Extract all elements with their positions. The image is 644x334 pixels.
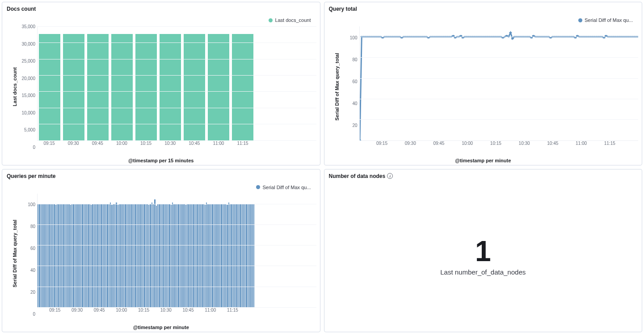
bar [175,204,176,307]
bar [209,204,210,307]
y-tick: 100 [28,202,35,207]
panel-title-text: Docs count [7,6,36,12]
y-tick: 15,000 [21,93,35,98]
bar [80,204,81,307]
x-tick: 09:30 [72,308,83,313]
bar [91,205,92,307]
x-tick: 09:15 [44,141,55,146]
point [381,37,384,38]
plot-area [37,194,316,308]
bar [193,204,194,307]
bar [105,204,106,307]
bar [103,204,104,307]
bar [252,204,253,307]
bar [191,204,192,307]
y-tick: 60 [30,246,35,251]
point [454,37,456,38]
point [461,37,464,38]
line-svg [360,26,639,140]
bar [197,204,198,307]
info-icon[interactable]: i [387,173,393,179]
bar [48,204,49,307]
bar [144,204,145,307]
point [459,35,462,37]
legend-dot-icon [256,185,260,189]
panel-title: Query total [324,2,642,14]
y-axis-label: Last docs_count [12,67,17,106]
bar [94,204,95,307]
bar [180,204,181,307]
bar [42,204,43,307]
panel-query-total[interactable]: Query total Serial Diff of Max qu... Ser… [324,2,643,165]
chart-query-total: Serial Diff of Max query_total 204060801… [340,26,639,147]
bar [215,204,216,307]
bar [70,205,71,307]
point [501,37,504,38]
bar [224,204,225,307]
panel-body: Serial Diff of Max qu... Serial Diff of … [324,14,642,165]
y-tick: 60 [352,79,357,84]
x-tick: 10:15 [140,141,152,146]
bar [54,204,55,307]
bar [57,204,58,307]
metric-label: Last number_of_data_nodes [440,268,526,276]
bar [55,205,56,307]
legend[interactable]: Last docs_count [269,17,311,23]
point [549,37,551,38]
y-tick: 80 [352,57,357,62]
bar [240,204,241,307]
bar [190,204,191,307]
bar [169,204,170,307]
chart-docs-count: Last docs_count 05,00010,00015,00020,000… [17,26,316,147]
bar [187,204,188,307]
legend-dot-icon [578,18,582,22]
bar [61,204,62,307]
bar [100,204,101,307]
bar [212,204,213,307]
bar [126,204,127,307]
bar [233,204,234,307]
bar [162,204,163,307]
legend-label: Serial Diff of Max qu... [585,17,633,23]
panel-docs-count[interactable]: Docs count Last docs_count Last docs_cou… [2,2,320,165]
y-tick: 30,000 [21,41,35,46]
panel-body: Serial Diff of Max qu... Serial Diff of … [2,181,320,332]
point [576,35,578,37]
panel-title: Queries per minute [2,169,320,181]
bar [63,204,63,307]
bar [85,204,86,307]
point [604,35,607,37]
bar [73,204,74,307]
x-tick: 10:45 [182,308,194,313]
bar [148,205,149,307]
legend[interactable]: Serial Diff of Max qu... [578,17,633,23]
bar [207,204,208,307]
bar [219,204,220,307]
y-ticks: 05,00010,00015,00020,00025,00030,00035,0… [17,26,37,147]
bar [160,204,161,307]
x-axis-label: @timestamp per minute [133,325,189,330]
bar [75,204,76,307]
legend[interactable]: Serial Diff of Max qu... [256,185,311,190]
bar [214,204,215,307]
bar [138,204,139,307]
bar [205,205,206,307]
bar [227,205,227,307]
bar [107,204,108,307]
x-axis-label: @timestamp per minute [455,158,511,163]
bar [104,204,105,307]
panel-queries-per-minute[interactable]: Queries per minute Serial Diff of Max qu… [2,169,320,333]
point [602,37,605,38]
point [452,35,455,37]
bar [157,204,158,307]
x-tick: 10:30 [519,141,530,146]
bar [216,204,217,307]
y-tick: 5,000 [24,127,35,132]
bar [166,204,167,307]
panel-data-nodes[interactable]: Number of data nodes i 1 Last number_of_… [324,169,643,333]
bar [122,204,123,307]
bar [97,204,97,307]
bar [210,204,211,307]
x-tick: 09:45 [92,141,103,146]
point [530,37,533,38]
